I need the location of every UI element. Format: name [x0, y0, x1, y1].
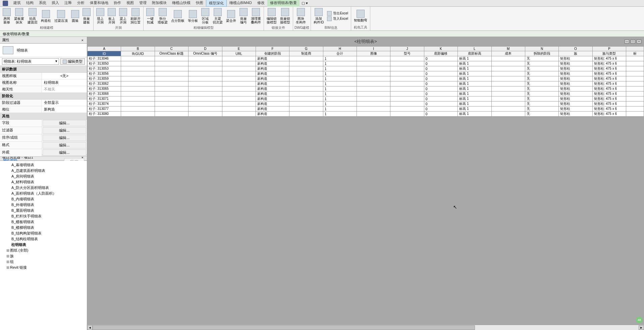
- table-cell[interactable]: [189, 56, 222, 61]
- maximize-view-button[interactable]: □: [631, 40, 635, 44]
- table-cell[interactable]: 矩形柱: 475 x 6: [592, 91, 626, 96]
- table-cell[interactable]: [222, 86, 256, 91]
- table-cell[interactable]: 标高 1: [458, 76, 491, 81]
- col-letter[interactable]: J: [390, 47, 424, 51]
- table-row[interactable]: 柱子: 313056新构造10标高 1无矩形柱矩形柱: 475 x 6: [88, 71, 644, 76]
- table-cell[interactable]: 0: [424, 81, 458, 86]
- table-cell[interactable]: 无: [525, 96, 558, 102]
- table-cell[interactable]: 标高 1: [458, 91, 491, 96]
- table-cell[interactable]: 新构造: [256, 96, 289, 102]
- table-cell[interactable]: 1: [323, 86, 357, 91]
- table-cell[interactable]: 新构造: [256, 66, 289, 71]
- tree-item[interactable]: B_结构柱明细表: [1, 236, 86, 242]
- table-cell[interactable]: 1: [323, 71, 357, 76]
- col-letter[interactable]: K: [424, 47, 458, 51]
- menu-tab-协作[interactable]: 协作: [111, 0, 124, 7]
- ribbon-btn[interactable]: 添加构件ID: [312, 7, 325, 25]
- table-cell[interactable]: 新构造: [256, 102, 289, 107]
- col-letter[interactable]: D: [189, 47, 222, 51]
- col-letter[interactable]: I: [357, 47, 390, 51]
- tree-item[interactable]: ⊞族: [1, 253, 86, 259]
- table-cell[interactable]: [121, 96, 155, 102]
- tree-item[interactable]: A_房间明细表: [1, 174, 86, 179]
- table-cell[interactable]: [390, 102, 424, 107]
- table-cell[interactable]: [626, 66, 644, 71]
- edit-button[interactable]: 编辑...: [43, 120, 86, 126]
- ribbon-btn[interactable]: 过梁压顶: [53, 9, 69, 23]
- table-cell[interactable]: 矩形柱: [559, 61, 592, 66]
- table-cell[interactable]: 新构造: [256, 61, 289, 66]
- table-row[interactable]: 柱子: 313074新构造10标高 1无矩形柱矩形柱: 475 x 6: [88, 102, 644, 107]
- table-cell[interactable]: 柱子: 313068: [88, 91, 121, 96]
- ribbon-btn[interactable]: 批量编号: [238, 7, 249, 25]
- table-cell[interactable]: [155, 56, 188, 61]
- ribbon-btn[interactable]: 刷新开洞位置: [129, 7, 142, 25]
- edit-button[interactable]: 编辑...: [43, 142, 86, 148]
- table-cell[interactable]: [189, 96, 222, 102]
- table-cell[interactable]: [626, 107, 644, 112]
- table-cell[interactable]: [357, 86, 390, 91]
- table-cell[interactable]: 柱子: 313056: [88, 71, 121, 76]
- tree-item[interactable]: A_防火分区面积明细表: [1, 185, 86, 191]
- table-cell[interactable]: [121, 56, 155, 61]
- col-header[interactable]: 族: [559, 51, 592, 56]
- table-cell[interactable]: 无: [525, 56, 558, 61]
- table-cell[interactable]: [491, 91, 525, 96]
- table-cell[interactable]: 无: [525, 102, 558, 107]
- menu-tab-视图[interactable]: 视图: [124, 0, 137, 7]
- table-cell[interactable]: [491, 112, 525, 117]
- table-cell[interactable]: [390, 76, 424, 81]
- table-cell[interactable]: 0: [424, 102, 458, 107]
- table-cell[interactable]: 标高 1: [458, 81, 491, 86]
- table-cell[interactable]: 矩形柱: 475 x 6: [592, 96, 626, 102]
- col-letter[interactable]: [626, 47, 644, 51]
- table-cell[interactable]: [189, 102, 222, 107]
- col-letter[interactable]: C: [155, 47, 188, 51]
- table-cell[interactable]: [289, 112, 323, 117]
- table-cell[interactable]: 0: [424, 56, 458, 61]
- table-cell[interactable]: 新构造: [256, 76, 289, 81]
- scroll-thumb[interactable]: [93, 325, 475, 330]
- menu-tab-橄榄山BIM4D[interactable]: 橄榄山BIM4D: [227, 0, 255, 7]
- table-cell[interactable]: [357, 76, 390, 81]
- table-cell[interactable]: [390, 86, 424, 91]
- table-cell[interactable]: [189, 76, 222, 81]
- table-cell[interactable]: [189, 112, 222, 117]
- table-cell[interactable]: 1: [323, 76, 357, 81]
- table-cell[interactable]: 标高 1: [458, 86, 491, 91]
- table-cell[interactable]: [357, 66, 390, 71]
- menu-tab-结构[interactable]: 结构: [23, 0, 36, 7]
- table-cell[interactable]: [626, 56, 644, 61]
- table-cell[interactable]: [357, 102, 390, 107]
- table-cell[interactable]: 0: [424, 61, 458, 66]
- table-cell[interactable]: 矩形柱: 475 x 6: [592, 71, 626, 76]
- table-cell[interactable]: 矩形柱: 475 x 6: [592, 61, 626, 66]
- table-cell[interactable]: [189, 107, 222, 112]
- table-cell[interactable]: 柱子: 313065: [88, 86, 121, 91]
- table-cell[interactable]: [626, 91, 644, 96]
- table-cell[interactable]: 矩形柱: [559, 76, 592, 81]
- props-row-value[interactable]: 不相关: [42, 86, 87, 92]
- expand-icon[interactable]: ⊞: [6, 254, 9, 258]
- table-cell[interactable]: [390, 56, 424, 61]
- table-row[interactable]: 柱子: 313053新构造10标高 1无矩形柱矩形柱: 475 x 6: [88, 66, 644, 71]
- menu-tab-修改[interactable]: 修改: [255, 0, 267, 7]
- table-cell[interactable]: 标高 1: [458, 96, 491, 102]
- table-cell[interactable]: [155, 112, 188, 117]
- expand-icon[interactable]: ⊞: [6, 265, 9, 270]
- table-cell[interactable]: 矩形柱: [559, 102, 592, 107]
- ribbon-btn[interactable]: 智能翻弯: [353, 9, 369, 23]
- ribbon-btn[interactable]: 构造柱: [40, 9, 52, 23]
- table-cell[interactable]: [390, 71, 424, 76]
- col-header[interactable]: 型号: [390, 51, 424, 56]
- table-cell[interactable]: [626, 102, 644, 107]
- edit-button[interactable]: 编辑...: [43, 149, 86, 156]
- table-cell[interactable]: 1: [323, 96, 357, 102]
- table-cell[interactable]: [390, 61, 424, 66]
- minimize-view-button[interactable]: —: [625, 40, 629, 44]
- col-letter[interactable]: E: [222, 47, 256, 51]
- table-cell[interactable]: 无: [525, 66, 558, 71]
- table-cell[interactable]: [390, 91, 424, 96]
- table-cell[interactable]: [155, 96, 188, 102]
- table-cell[interactable]: 柱子: 313071: [88, 96, 121, 102]
